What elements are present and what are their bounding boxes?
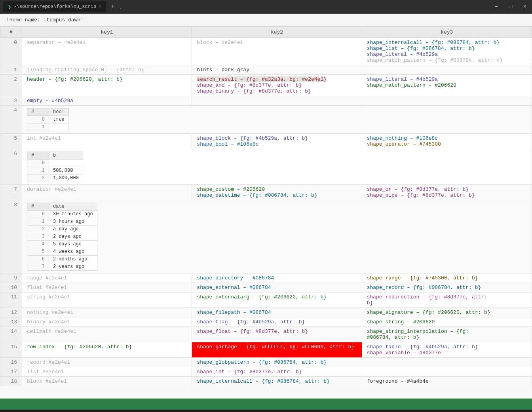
nested-row-val: 3 hours ago xyxy=(49,218,97,226)
nested-table-row: 1 500,000 xyxy=(27,167,83,175)
nested-row-index: 4 xyxy=(27,241,49,248)
nested-row-val: 2 years ago xyxy=(49,263,97,271)
table-row: 2 header – {fg: #206620, attr: b} search… xyxy=(0,75,532,96)
row-key2: block – #e2e4e1 xyxy=(192,38,362,65)
row-key2: shape_custom – #206620 shape_datetime – … xyxy=(192,185,362,200)
nested-row-val: 5 days ago xyxy=(49,241,97,248)
table-row: 14 cellpath #e2e4e1 shape_float – {fg: #… xyxy=(0,327,532,342)
nested-table-row: 1 xyxy=(27,123,69,131)
row-key3: shape_literal – #4b529a shape_match_patt… xyxy=(362,75,532,96)
nested-table-row: 0 xyxy=(27,159,83,167)
row-key3: shape_internalcall – {fg: #086784, attr:… xyxy=(362,38,532,65)
nested-table-row: 4 5 days ago xyxy=(27,241,97,248)
row-index: 0 xyxy=(0,38,22,65)
row-index: 4 xyxy=(0,106,22,134)
row-index: 15 xyxy=(0,342,22,358)
nested-table-row: 6 2 months ago xyxy=(27,256,97,263)
row-key3: shape_string – #206620 xyxy=(362,317,532,327)
row-key3: shape_or – {fg: #8d377e, attr: b} shape_… xyxy=(362,185,532,200)
nested-table-row: 3 2 days ago xyxy=(27,233,97,241)
table-row: 0 separator – #e2e4e1 block – #e2e4e1 sh… xyxy=(0,38,532,65)
row-key3: shape_redirection – {fg: #8d377e, attr: … xyxy=(362,292,532,308)
nested-table-row: 1 3 hours ago xyxy=(27,218,97,226)
row-index: 2 xyxy=(0,75,22,96)
tab-area: ❯ ~\source\repos\forks\nu_scrip × + ⌄ xyxy=(3,1,122,12)
table-row: 10 float #e2e4e1 shape_external – #08678… xyxy=(0,283,532,292)
nested-row-index: 5 xyxy=(27,248,49,256)
row-key2: shape_float – {fg: #8d377e, attr: b} xyxy=(192,327,362,342)
nested-table-row: 7 2 years ago xyxy=(27,263,97,271)
col-header-key3: key3 xyxy=(362,27,532,38)
table-row: 16 record #e2e4e1 shape_globpattern – {f… xyxy=(0,358,532,367)
row-key2: shape_external – #086784 xyxy=(192,283,362,292)
nested-row-val: 2 months ago xyxy=(49,256,97,263)
row-index: 18 xyxy=(0,377,22,386)
nested-row-index: 1 xyxy=(27,218,49,226)
row-key2: shape_filepath – #086784 xyxy=(192,308,362,317)
table-row: 3 empty – #4b529a xyxy=(0,96,532,106)
row-key1: string #e2e4e1 xyxy=(22,292,192,308)
row-key3 xyxy=(362,367,532,377)
col-header-index: # xyxy=(0,27,22,38)
row-index: 16 xyxy=(0,358,22,367)
row-key2: shape_flag – {fg: #4b529a, attr: b} xyxy=(192,317,362,327)
row-key2: shape_globpattern – {fg: #086784, attr: … xyxy=(192,358,362,367)
maximize-button[interactable]: □ xyxy=(507,4,515,10)
table-row-nested-filesizes: 6 # b 0 xyxy=(0,149,532,185)
new-tab-button[interactable]: + xyxy=(108,2,118,12)
table-row: 7 duration #e2e4e1 shape_custom – #20662… xyxy=(0,185,532,200)
row-index: 3 xyxy=(0,96,22,106)
row-index: 12 xyxy=(0,308,22,317)
table-row: 12 nothing #e2e4e1 shape_filepath – #086… xyxy=(0,308,532,317)
nested-col-index: # xyxy=(27,203,49,211)
data-table: # key1 key2 key3 0 separator – #e2e4e1 b… xyxy=(0,27,532,386)
row-index: 13 xyxy=(0,317,22,327)
nested-table-row: 0 30 minutes ago xyxy=(27,211,97,218)
tab-label: ~\source\repos\forks\nu_scrip xyxy=(13,4,96,9)
row-key3 xyxy=(362,65,532,75)
nested-col-date: date xyxy=(49,203,97,211)
close-window-button[interactable]: × xyxy=(521,4,529,10)
nested-row-index: 2 xyxy=(27,226,49,233)
nested-row-index: 0 xyxy=(27,116,49,123)
row-key1: separator – #e2e4e1 xyxy=(22,38,192,65)
minimize-button[interactable]: − xyxy=(492,4,500,10)
window-controls: − □ × xyxy=(492,4,529,10)
table-row-nested-bool: 4 # bool 0 true xyxy=(0,106,532,134)
nested-row-val: 30 minutes ago xyxy=(49,211,97,218)
theme-name: Theme name: 'tempus-dawn' xyxy=(6,17,84,23)
row-key2-highlight: shape_garbage – {fg: #FFFFFF, bg: #FF000… xyxy=(192,342,362,358)
nested-row-index: 1 xyxy=(27,123,49,131)
nested-row-index: 0 xyxy=(27,211,49,218)
row-key3 xyxy=(362,96,532,106)
active-tab[interactable]: ❯ ~\source\repos\forks\nu_scrip × xyxy=(3,1,106,12)
close-tab-button[interactable]: × xyxy=(99,4,101,9)
row-index: 9 xyxy=(0,273,22,283)
tab-dropdown-button[interactable]: ⌄ xyxy=(120,4,122,10)
statusbar xyxy=(0,399,532,410)
table-row: 5 int #e2e4e1 shape_block – {fg: #4b529a… xyxy=(0,134,532,149)
nested-row-val: 500,000 xyxy=(49,167,83,175)
row-key3: foreground – #4a4b4e xyxy=(362,377,532,386)
table-row: 18 block #e2e4e1 shape_internalcall – {f… xyxy=(0,377,532,386)
row-key1: nothing #e2e4e1 xyxy=(22,308,192,317)
nested-row-index: 7 xyxy=(27,263,49,271)
row-key3: shape_record – {fg: #086784, attr: b} xyxy=(362,283,532,292)
nested-row-val: true xyxy=(49,116,69,123)
row-key1: binary #e2e4e1 xyxy=(22,317,192,327)
row-key2: hints – dark_gray xyxy=(192,65,362,75)
row-key1: block #e2e4e1 xyxy=(22,377,192,386)
row-key2: shape_block – {fg: #4b529a, attr: b} sha… xyxy=(192,134,362,149)
nested-date-container: # date 0 30 minutes ago 1 3 hours xyxy=(22,200,532,273)
row-key2: shape_externalarg – {fg: #206620, attr: … xyxy=(192,292,362,308)
row-key3: shape_nothing – #106e8c shape_operator –… xyxy=(362,134,532,149)
nested-row-val xyxy=(49,123,69,131)
nested-bool-table: # bool 0 true 1 xyxy=(27,108,69,131)
row-key1: record #e2e4e1 xyxy=(22,358,192,367)
row-index: 14 xyxy=(0,327,22,342)
col-header-key2: key2 xyxy=(192,27,362,38)
nested-col-b: b xyxy=(49,152,83,159)
table-row: 11 string #e2e4e1 shape_externalarg – {f… xyxy=(0,292,532,308)
theme-banner: Theme name: 'tempus-dawn' xyxy=(0,14,532,27)
nested-bool-container: # bool 0 true 1 xyxy=(22,106,532,134)
